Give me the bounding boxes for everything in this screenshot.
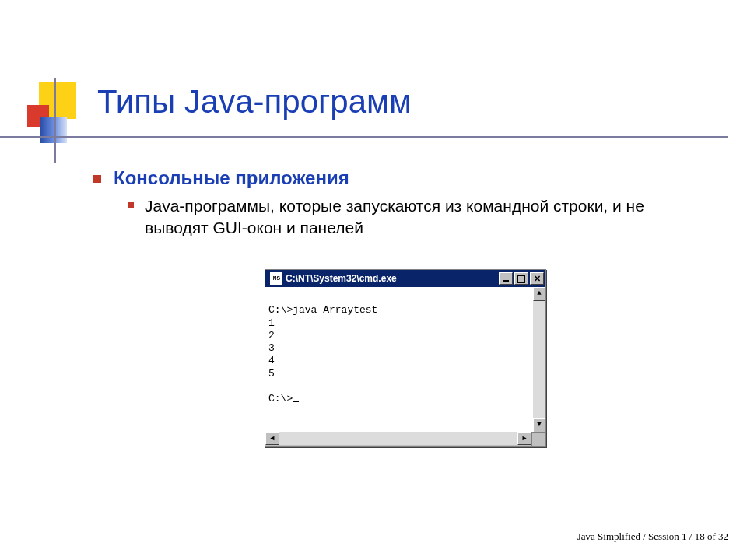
cmd-output: C:\>java Arraytest 1 2 3 4 5 C:\> bbox=[265, 287, 533, 432]
cmd-window-title: C:\NT\System32\cmd.exe bbox=[286, 273, 499, 284]
scroll-down-button[interactable]: ▼ bbox=[533, 418, 545, 432]
slide-title: Типы Java-программ bbox=[97, 83, 412, 121]
bullet-level1-text: Консольные приложения bbox=[114, 167, 349, 189]
maximize-button[interactable] bbox=[514, 272, 528, 285]
bullet-level2-text: Java-программы, которые запускаются из к… bbox=[145, 195, 700, 240]
decor-vertical-line bbox=[54, 78, 56, 163]
header-decor bbox=[23, 82, 93, 152]
window-buttons: ✕ bbox=[499, 272, 544, 285]
slide-body: Консольные приложения Java-программы, ко… bbox=[93, 167, 700, 240]
decor-horizontal-line bbox=[0, 136, 728, 138]
scroll-right-button[interactable]: ► bbox=[517, 432, 531, 445]
decor-square-blue bbox=[40, 117, 67, 143]
cursor-icon bbox=[293, 401, 299, 402]
cmd-bottom-row: ◄ ► bbox=[265, 432, 545, 446]
close-button[interactable]: ✕ bbox=[530, 272, 544, 285]
cmd-window: MS C:\NT\System32\cmd.exe ✕ C:\>java Arr… bbox=[265, 269, 546, 447]
slide: Типы Java-программ Консольные приложения… bbox=[0, 0, 747, 560]
scroll-up-button[interactable]: ▲ bbox=[533, 287, 545, 301]
bullet-level1: Консольные приложения bbox=[93, 167, 700, 189]
slide-footer: Java Simplified / Session 1 / 18 of 32 bbox=[577, 530, 728, 543]
scrollbar-corner bbox=[531, 432, 545, 446]
vertical-scrollbar[interactable]: ▲ ▼ bbox=[533, 287, 545, 432]
bullet-marker-icon bbox=[93, 175, 101, 183]
cmd-titlebar: MS C:\NT\System32\cmd.exe ✕ bbox=[265, 270, 545, 287]
scroll-track-vertical[interactable] bbox=[533, 301, 545, 418]
cmd-client-area: C:\>java Arraytest 1 2 3 4 5 C:\> ▲ ▼ bbox=[265, 287, 545, 432]
bullet-level2: Java-программы, которые запускаются из к… bbox=[128, 195, 700, 240]
horizontal-scrollbar[interactable]: ◄ ► bbox=[265, 432, 531, 445]
bullet-marker-icon bbox=[128, 202, 134, 208]
cmd-app-icon: MS bbox=[270, 272, 282, 285]
scroll-track-horizontal[interactable] bbox=[279, 432, 517, 445]
minimize-button[interactable] bbox=[499, 272, 513, 285]
scroll-left-button[interactable]: ◄ bbox=[265, 432, 279, 445]
